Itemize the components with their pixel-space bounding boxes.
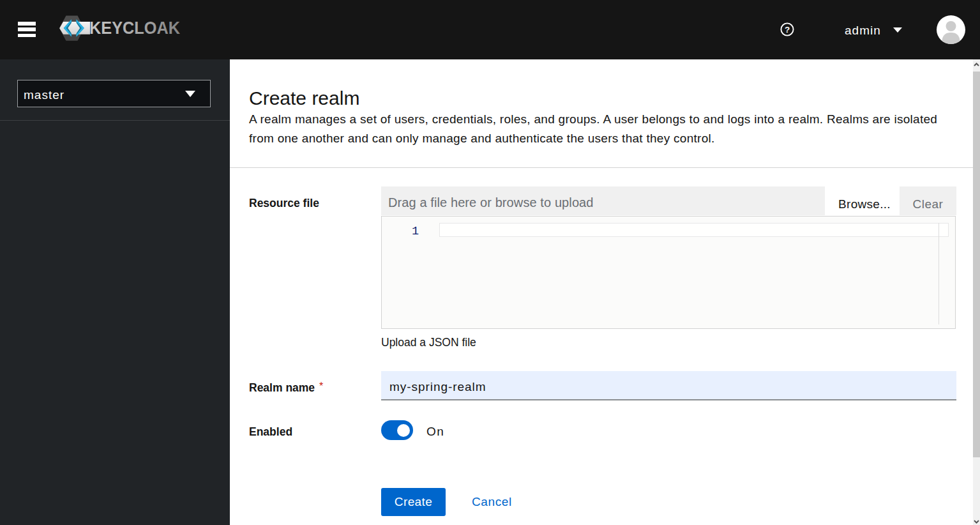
- svg-text:?: ?: [785, 25, 790, 34]
- svg-text:KEYCLOAK: KEYCLOAK: [89, 18, 180, 38]
